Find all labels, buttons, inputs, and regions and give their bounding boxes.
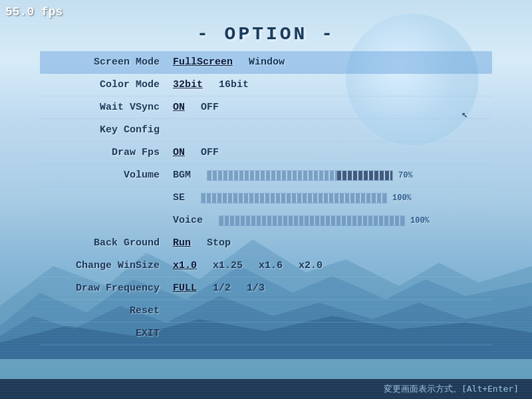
main-content: 55.0 fps - OPTION - Screen Mode FullScre… xyxy=(0,0,532,399)
draw-fps-values: ON OFF xyxy=(173,147,492,158)
draw-freq-third[interactable]: 1/3 xyxy=(247,283,265,294)
color-mode-values: 32bit 16bit xyxy=(173,79,492,90)
exit-row: EXIT xyxy=(40,323,492,345)
voice-label: Voice xyxy=(173,215,203,226)
vsync-values: ON OFF xyxy=(173,102,492,113)
winsize-x125[interactable]: x1.25 xyxy=(213,260,243,271)
key-config-label: Key Config xyxy=(40,124,173,136)
color-mode-16bit[interactable]: 16bit xyxy=(219,79,249,90)
bgm-volume-bar[interactable] xyxy=(207,170,393,181)
draw-freq-row: Draw Frequency FULL 1/2 1/3 xyxy=(40,277,492,300)
winsize-row: Change WinSize x1.0 x1.25 x1.6 x2.0 xyxy=(40,255,492,277)
background-label: Back Ground xyxy=(40,237,173,249)
voice-fill-light xyxy=(219,216,404,225)
volume-voice-values: Voice 100% xyxy=(173,215,492,226)
vsync-on[interactable]: ON xyxy=(173,102,185,113)
winsize-values: x1.0 x1.25 x1.6 x2.0 xyxy=(173,260,492,271)
volume-bgm-row: Volume BGM 70% xyxy=(40,164,492,187)
voice-bar-container: 100% xyxy=(219,215,430,226)
volume-voice-row: Voice 100% xyxy=(40,209,492,232)
winsize-x10[interactable]: x1.0 xyxy=(173,260,197,271)
background-row: Back Ground Run Stop xyxy=(40,232,492,255)
exit-label[interactable]: EXIT xyxy=(40,328,173,339)
draw-freq-values: FULL 1/2 1/3 xyxy=(173,283,492,294)
voice-volume-bar[interactable] xyxy=(219,215,405,226)
winsize-x16[interactable]: x1.6 xyxy=(259,260,283,271)
screen-mode-row: Screen Mode FullScreen Window xyxy=(40,51,492,74)
page-title: - OPTION - xyxy=(0,0,532,51)
color-mode-32bit[interactable]: 32bit xyxy=(173,79,203,90)
vsync-row: Wait VSync ON OFF xyxy=(40,96,492,119)
volume-se-values: SE 100% xyxy=(173,192,492,203)
options-table: Screen Mode FullScreen Window Color Mode… xyxy=(40,51,492,345)
bgm-fill-light xyxy=(207,171,337,180)
vsync-label: Wait VSync xyxy=(40,102,173,113)
draw-fps-row: Draw Fps ON OFF xyxy=(40,142,492,164)
draw-freq-label: Draw Frequency xyxy=(40,283,173,294)
draw-fps-label: Draw Fps xyxy=(40,147,173,158)
bgm-pct: 70% xyxy=(398,171,413,180)
draw-freq-full[interactable]: FULL xyxy=(173,283,197,294)
volume-label: Volume xyxy=(40,170,173,181)
draw-fps-on[interactable]: ON xyxy=(173,147,185,158)
bgm-fill-dark xyxy=(337,171,392,180)
bgm-label: BGM xyxy=(173,170,191,181)
background-values: Run Stop xyxy=(173,237,492,249)
color-mode-row: Color Mode 32bit 16bit xyxy=(40,74,492,96)
reset-row: Reset xyxy=(40,300,492,323)
se-volume-bar[interactable] xyxy=(201,193,387,203)
winsize-label: Change WinSize xyxy=(40,260,173,271)
bgm-bar-container: 70% xyxy=(207,170,413,181)
screen-mode-window[interactable]: Window xyxy=(249,57,285,68)
screen-mode-fullscreen[interactable]: FullScreen xyxy=(173,57,233,68)
se-bar-container: 100% xyxy=(201,193,412,203)
voice-pct: 100% xyxy=(410,216,430,225)
background-stop[interactable]: Stop xyxy=(207,237,231,249)
mouse-cursor: ↖ xyxy=(462,108,468,121)
fps-counter: 55.0 fps xyxy=(5,5,63,19)
draw-freq-half[interactable]: 1/2 xyxy=(213,283,231,294)
se-fill-light xyxy=(201,194,386,203)
volume-bgm-values: BGM 70% xyxy=(173,170,492,181)
winsize-x20[interactable]: x2.0 xyxy=(299,260,323,271)
volume-se-row: SE 100% xyxy=(40,187,492,209)
draw-fps-off[interactable]: OFF xyxy=(201,147,219,158)
reset-label: Reset xyxy=(40,305,173,317)
key-config-row: Key Config xyxy=(40,119,492,142)
vsync-off[interactable]: OFF xyxy=(201,102,219,113)
screen-mode-label: Screen Mode xyxy=(40,57,173,68)
color-mode-label: Color Mode xyxy=(40,79,173,90)
screen-mode-values: FullScreen Window xyxy=(173,57,492,68)
se-pct: 100% xyxy=(392,194,412,203)
se-label: SE xyxy=(173,192,185,203)
background-run[interactable]: Run xyxy=(173,237,191,249)
